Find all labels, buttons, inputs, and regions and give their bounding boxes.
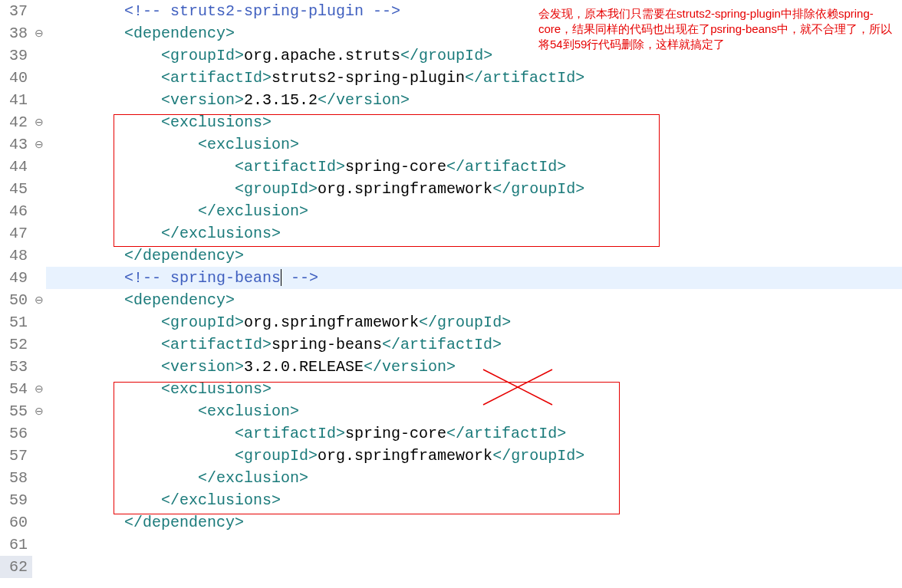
code-text[interactable]: <groupId>org.springframework</groupId> — [46, 311, 902, 333]
code-text[interactable]: </dependency> — [46, 511, 902, 534]
line-number: 61 — [0, 534, 32, 556]
line-number: 49 — [0, 267, 32, 289]
line-number: 53 — [0, 356, 32, 378]
line-number: 38 — [0, 22, 32, 44]
line-number: 48 — [0, 245, 32, 267]
code-text[interactable]: <artifactId>spring-core</artifactId> — [46, 156, 902, 178]
code-line[interactable]: 54⊖ <exclusions> — [0, 378, 902, 400]
line-number: 57 — [0, 445, 32, 467]
fold-toggle-icon[interactable]: ⊖ — [32, 22, 46, 44]
code-line[interactable]: 60 </dependency> — [0, 511, 902, 534]
fold-toggle-icon[interactable]: ⊖ — [32, 400, 46, 422]
code-text[interactable]: <exclusion> — [46, 400, 902, 422]
line-number: 62 — [0, 556, 32, 578]
code-line[interactable]: 56 <artifactId>spring-core</artifactId> — [0, 422, 902, 445]
line-number: 47 — [0, 222, 32, 245]
code-line[interactable]: 62 — [0, 556, 902, 578]
line-number: 37 — [0, 0, 32, 22]
fold-toggle-icon[interactable]: ⊖ — [32, 289, 46, 311]
code-text[interactable]: <groupId>org.springframework</groupId> — [46, 178, 902, 200]
code-text[interactable]: <artifactId>struts2-spring-plugin</artif… — [46, 67, 902, 89]
line-number: 52 — [0, 333, 32, 356]
code-line[interactable]: 43⊖ <exclusion> — [0, 133, 902, 156]
code-line[interactable]: 49 <!-- spring-beans --> — [0, 267, 902, 289]
code-line[interactable]: 58 </exclusion> — [0, 467, 902, 489]
code-line[interactable]: 55⊖ <exclusion> — [0, 400, 902, 422]
code-line[interactable]: 57 <groupId>org.springframework</groupId… — [0, 445, 902, 467]
code-line[interactable]: 51 <groupId>org.springframework</groupId… — [0, 311, 902, 333]
code-text[interactable]: <version>2.3.15.2</version> — [46, 89, 902, 111]
code-line[interactable]: 42⊖ <exclusions> — [0, 111, 902, 133]
code-text[interactable]: <groupId>org.springframework</groupId> — [46, 445, 902, 467]
code-line[interactable]: 47 </exclusions> — [0, 222, 902, 245]
code-text[interactable]: <artifactId>spring-core</artifactId> — [46, 422, 902, 445]
line-number: 43 — [0, 133, 32, 156]
code-text[interactable]: <exclusions> — [46, 111, 902, 133]
code-text[interactable]: <dependency> — [46, 289, 902, 311]
line-number: 55 — [0, 400, 32, 422]
fold-toggle-icon[interactable]: ⊖ — [32, 111, 46, 133]
line-number: 50 — [0, 289, 32, 311]
code-text[interactable]: <!-- spring-beans --> — [46, 267, 902, 289]
code-line[interactable]: 45 <groupId>org.springframework</groupId… — [0, 178, 902, 200]
code-editor[interactable]: 37 <!-- struts2-spring-plugin -->38⊖ <de… — [0, 0, 902, 578]
code-text[interactable]: </exclusion> — [46, 467, 902, 489]
code-line[interactable]: 53 <version>3.2.0.RELEASE</version> — [0, 356, 902, 378]
code-text[interactable]: </exclusion> — [46, 200, 902, 222]
code-text[interactable]: </exclusions> — [46, 489, 902, 511]
line-number: 60 — [0, 511, 32, 534]
code-line[interactable]: 59 </exclusions> — [0, 489, 902, 511]
line-number: 46 — [0, 200, 32, 222]
fold-toggle-icon[interactable]: ⊖ — [32, 133, 46, 156]
code-text[interactable]: <version>3.2.0.RELEASE</version> — [46, 356, 902, 378]
code-text[interactable]: <exclusions> — [46, 378, 902, 400]
line-number: 45 — [0, 178, 32, 200]
code-line[interactable]: 40 <artifactId>struts2-spring-plugin</ar… — [0, 67, 902, 89]
line-number: 54 — [0, 378, 32, 400]
code-line[interactable]: 41 <version>2.3.15.2</version> — [0, 89, 902, 111]
line-number: 56 — [0, 422, 32, 445]
line-number: 51 — [0, 311, 32, 333]
code-line[interactable]: 48 </dependency> — [0, 245, 902, 267]
line-number: 44 — [0, 156, 32, 178]
code-text[interactable]: </exclusions> — [46, 222, 902, 245]
code-line[interactable]: 52 <artifactId>spring-beans</artifactId> — [0, 333, 902, 356]
code-line[interactable]: 50⊖ <dependency> — [0, 289, 902, 311]
code-line[interactable]: 44 <artifactId>spring-core</artifactId> — [0, 156, 902, 178]
code-text[interactable]: <exclusion> — [46, 133, 902, 156]
code-text[interactable]: <artifactId>spring-beans</artifactId> — [46, 333, 902, 356]
code-text[interactable]: </dependency> — [46, 245, 902, 267]
line-number: 40 — [0, 67, 32, 89]
code-line[interactable]: 61 — [0, 534, 902, 556]
fold-toggle-icon[interactable]: ⊖ — [32, 378, 46, 400]
code-line[interactable]: 46 </exclusion> — [0, 200, 902, 222]
line-number: 41 — [0, 89, 32, 111]
line-number: 58 — [0, 467, 32, 489]
annotation-text: 会发现，原本我们只需要在struts2-spring-plugin中排除依赖sp… — [538, 6, 899, 52]
line-number: 59 — [0, 489, 32, 511]
line-number: 39 — [0, 44, 32, 67]
line-number: 42 — [0, 111, 32, 133]
